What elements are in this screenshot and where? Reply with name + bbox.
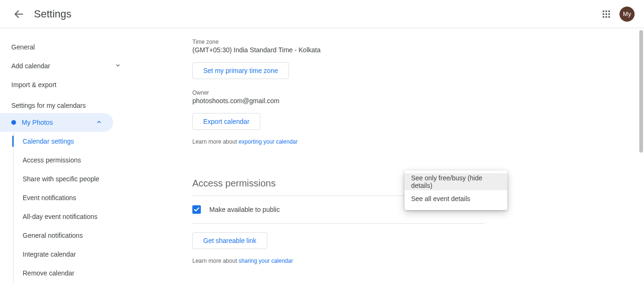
apps-grid-icon xyxy=(602,10,611,18)
app-header: Settings My xyxy=(0,0,644,28)
sidebar-item-label: Import & export xyxy=(11,81,57,89)
sidebar-section-title: Settings for my calendars xyxy=(0,94,132,113)
visibility-dropdown: See only free/busy (hide details) See al… xyxy=(405,170,507,210)
sidebar-sub-access-permissions[interactable]: Access permissions xyxy=(0,151,132,170)
dropdown-option-freebusy[interactable]: See only free/busy (hide details) xyxy=(405,173,507,190)
svg-point-7 xyxy=(603,16,604,18)
sidebar-sub-calendar-settings[interactable]: Calendar settings xyxy=(0,132,132,151)
sidebar-item-label: General xyxy=(11,43,35,51)
sidebar-sub-remove[interactable]: Remove calendar xyxy=(0,264,132,283)
svg-point-2 xyxy=(605,10,607,12)
arrow-left-icon xyxy=(13,8,25,20)
apps-button[interactable] xyxy=(597,5,616,24)
sidebar-item-general[interactable]: General xyxy=(0,38,132,57)
share-help-link[interactable]: sharing your calendar xyxy=(239,258,293,264)
svg-point-9 xyxy=(608,16,610,18)
sidebar: General Add calendar Import & export Set… xyxy=(0,28,132,291)
page-title: Settings xyxy=(34,8,72,20)
svg-point-8 xyxy=(605,16,607,18)
export-help-text: Learn more about exporting your calendar xyxy=(192,138,644,145)
scrollbar-thumb[interactable] xyxy=(639,30,643,153)
sidebar-sub-event-notifications[interactable]: Event notifications xyxy=(0,188,132,207)
sidebar-sub-list: Calendar settings Access permissions Sha… xyxy=(0,132,132,283)
svg-point-1 xyxy=(603,10,604,12)
sidebar-sub-share[interactable]: Share with specific people xyxy=(0,170,132,188)
timezone-value: (GMT+05:30) India Standard Time - Kolkat… xyxy=(192,46,644,54)
svg-point-4 xyxy=(603,13,604,15)
sidebar-calendar-my-photos[interactable]: My Photos xyxy=(0,113,113,132)
set-primary-timezone-button[interactable]: Set my primary time zone xyxy=(192,62,289,79)
owner-label: Owner xyxy=(192,89,644,96)
chevron-up-icon xyxy=(96,119,102,126)
export-calendar-button[interactable]: Export calendar xyxy=(192,113,260,130)
svg-point-3 xyxy=(608,10,610,12)
timezone-field: Time zone (GMT+05:30) India Standard Tim… xyxy=(192,39,644,54)
sidebar-calendar-label: My Photos xyxy=(22,119,91,126)
owner-value: photoshoots.com@gmail.com xyxy=(192,97,644,105)
back-button[interactable] xyxy=(9,5,28,24)
sidebar-item-label: Add calendar xyxy=(11,62,50,70)
chevron-down-icon xyxy=(115,62,121,70)
sidebar-sub-general-notifications[interactable]: General notifications xyxy=(0,226,132,245)
calendar-color-dot xyxy=(11,120,16,125)
dropdown-option-all-details[interactable]: See all event details xyxy=(405,190,507,207)
get-shareable-link-button[interactable]: Get shareable link xyxy=(192,232,267,249)
svg-point-5 xyxy=(605,13,607,15)
main-content: Time zone (GMT+05:30) India Standard Tim… xyxy=(132,28,644,291)
sidebar-item-import-export[interactable]: Import & export xyxy=(0,75,132,94)
account-avatar[interactable]: My xyxy=(619,7,635,22)
sidebar-item-add-calendar[interactable]: Add calendar xyxy=(0,57,132,75)
timezone-label: Time zone xyxy=(192,39,644,45)
owner-field: Owner photoshoots.com@gmail.com xyxy=(192,89,644,105)
share-help-text: Learn more about sharing your calendar xyxy=(192,258,644,264)
export-help-link[interactable]: exporting your calendar xyxy=(239,138,297,145)
check-icon xyxy=(193,206,200,213)
sidebar-sub-allday-notifications[interactable]: All-day event notifications xyxy=(0,207,132,226)
sidebar-sub-integrate[interactable]: Integrate calendar xyxy=(0,245,132,264)
make-public-label: Make available to public xyxy=(209,206,280,213)
make-public-checkbox[interactable] xyxy=(192,205,201,214)
svg-point-6 xyxy=(608,13,610,15)
